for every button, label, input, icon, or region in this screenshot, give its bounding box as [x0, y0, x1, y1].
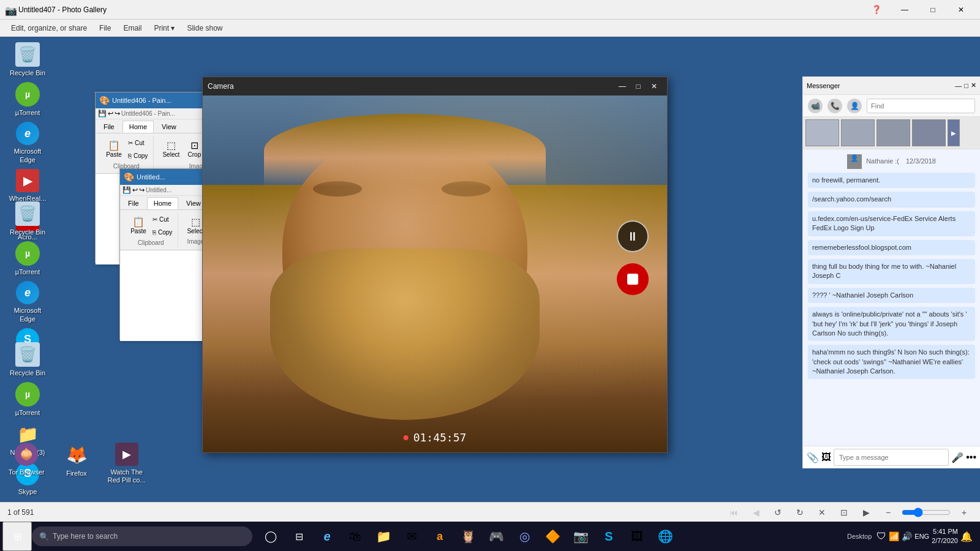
- paint-quick-redo-2[interactable]: ↪: [139, 186, 145, 194]
- clipboard-group-1: 📋 Paste ✂ Cut ⎘ Copy: [99, 136, 154, 171]
- desktop-icon-utorrent2[interactable]: µ µTorrent: [3, 239, 52, 279]
- nav-first-button[interactable]: ⏮: [725, 504, 742, 521]
- desktop-icon-torbrowser[interactable]: 🧅 Tor Browser: [3, 440, 50, 487]
- edge-label-2: Microsoft Edge: [6, 307, 50, 323]
- nav-zoom-in-button[interactable]: +: [956, 504, 973, 521]
- taskbar-amazon[interactable]: a: [426, 523, 453, 550]
- paint-quick-save-2[interactable]: 💾: [123, 186, 131, 194]
- nav-rotate-left-button[interactable]: ↺: [769, 504, 786, 521]
- chat-mic-icon[interactable]: 🎤: [951, 452, 963, 463]
- utorrent-icon-1: µ: [15, 82, 40, 107]
- menu-email[interactable]: Email: [117, 21, 148, 35]
- notification-button[interactable]: 🔔: [960, 531, 973, 542]
- start-button[interactable]: ⊞: [2, 522, 32, 551]
- taskbar-camera[interactable]: 📷: [567, 523, 594, 550]
- thumb-4[interactable]: [912, 119, 946, 146]
- thumb-1[interactable]: [805, 119, 839, 146]
- chat-messages[interactable]: 👤 Nathanie :( 12/3/2018 no freewill, per…: [803, 149, 980, 446]
- camera-minimize[interactable]: —: [614, 78, 630, 94]
- taskbar-edge[interactable]: e: [314, 523, 341, 550]
- audio-call-icon[interactable]: 📞: [827, 99, 842, 113]
- select-btn-1[interactable]: ⬚ Select: [160, 137, 182, 162]
- chat-close[interactable]: ✕: [971, 81, 976, 89]
- thumb-3[interactable]: [876, 119, 910, 146]
- desktop-icon-utorrent1[interactable]: µ µTorrent: [3, 80, 52, 119]
- network-icon[interactable]: 📶: [889, 531, 899, 541]
- help-button[interactable]: ❓: [862, 0, 891, 20]
- nav-prev-button[interactable]: ◀: [747, 504, 764, 521]
- paste-btn-2[interactable]: 📋 Paste: [127, 214, 149, 238]
- nav-next-button[interactable]: ▶: [858, 504, 875, 521]
- nav-rotate-right-button[interactable]: ↻: [791, 504, 809, 521]
- chat-message-6: ???? ' ~Nathaniel Joseph Carlson: [808, 288, 975, 303]
- volume-icon[interactable]: 🔊: [902, 531, 912, 541]
- paste-btn-1[interactable]: 📋 Paste: [103, 137, 125, 162]
- taskbar-vlc[interactable]: 🔶: [539, 523, 566, 550]
- desktop-icon-edge1[interactable]: e Microsoft Edge: [3, 119, 52, 166]
- chat-message-input[interactable]: [834, 449, 949, 466]
- camera-record-button[interactable]: [617, 263, 649, 295]
- nav-slideshow-button[interactable]: ⊡: [835, 504, 853, 521]
- cortana-icon: ◯: [265, 530, 277, 543]
- copy-btn-2[interactable]: ⎘ Copy: [151, 227, 174, 238]
- utorrent-icon-2: µ: [15, 241, 40, 266]
- zoom-slider[interactable]: [902, 508, 951, 517]
- taskbar-mail[interactable]: ✉: [398, 523, 425, 550]
- desktop-icon-utorrent3[interactable]: µ µTorrent: [3, 380, 52, 419]
- camera-pause-button[interactable]: ⏸: [617, 220, 649, 252]
- camera-close[interactable]: ✕: [646, 78, 662, 94]
- system-clock[interactable]: 5:41 PM 2/7/2020: [932, 527, 958, 546]
- camera-maximize[interactable]: □: [630, 78, 646, 94]
- paint-home-tab-2[interactable]: Home: [147, 197, 178, 209]
- paint-home-tab-1[interactable]: Home: [123, 121, 154, 133]
- taskbar-app2[interactable]: ◎: [511, 523, 538, 550]
- menu-file[interactable]: File: [93, 21, 117, 35]
- thumb-2[interactable]: [841, 119, 875, 146]
- desktop-icon-edge2[interactable]: e Microsoft Edge: [3, 279, 52, 325]
- menu-edit[interactable]: Edit, organize, or share: [5, 21, 93, 35]
- paint-quick-undo-2[interactable]: ↩: [132, 186, 138, 194]
- chat-image-icon[interactable]: 🖼: [821, 452, 831, 463]
- paint-quick-redo-1[interactable]: ↪: [115, 110, 120, 118]
- taskbar-explorer[interactable]: 📁: [370, 523, 397, 550]
- close-button[interactable]: ✕: [947, 0, 975, 20]
- paint-quick-save-1[interactable]: 💾: [98, 110, 107, 118]
- cut-btn-1[interactable]: ✂ Cut: [126, 137, 149, 149]
- chat-more-icon[interactable]: •••: [966, 452, 976, 463]
- desktop-icon-watchvideo[interactable]: ▶ Watch The Red Pill co...: [103, 440, 150, 487]
- taskbar-store[interactable]: 🛍: [342, 523, 369, 550]
- video-call-icon[interactable]: 📹: [808, 99, 823, 113]
- taskbar-tripadvisor[interactable]: 🦉: [454, 523, 481, 550]
- chat-minimize[interactable]: —: [955, 82, 962, 89]
- taskbar-taskview[interactable]: ⊟: [285, 523, 312, 550]
- chat-search-input[interactable]: [867, 99, 975, 113]
- taskbar-photos[interactable]: 🖼: [624, 523, 650, 550]
- desktop-icon-recyclebin3[interactable]: 🗑️ Recycle Bin: [3, 340, 52, 380]
- desktop-icon-firefox[interactable]: 🦊 Firefox: [53, 440, 100, 487]
- nav-delete-button[interactable]: ✕: [813, 504, 831, 521]
- add-people-icon[interactable]: 👤: [847, 99, 862, 113]
- menu-print[interactable]: Print ▾: [148, 21, 181, 35]
- clock-time: 5:41 PM: [932, 527, 958, 536]
- copy-btn-1[interactable]: ⎘ Copy: [126, 150, 149, 162]
- paint-view-tab-1[interactable]: View: [155, 121, 183, 133]
- paint-file-tab-2[interactable]: File: [121, 197, 146, 209]
- desktop-label[interactable]: Desktop: [847, 533, 872, 540]
- desktop-icon-recyclebin1[interactable]: 🗑️ Recycle Bin: [3, 40, 52, 80]
- chat-maximize[interactable]: □: [964, 82, 968, 89]
- paint-file-tab-1[interactable]: File: [97, 121, 121, 133]
- chat-message-1: no freewill, permanent.: [808, 173, 975, 188]
- taskbar-cortana[interactable]: ◯: [257, 523, 284, 550]
- desktop-icon-recyclebin2[interactable]: 🗑️ Recycle Bin: [3, 199, 52, 239]
- maximize-button[interactable]: □: [919, 0, 947, 20]
- nav-zoom-out-button[interactable]: −: [880, 504, 897, 521]
- taskbar-search-box[interactable]: 🔍 Type here to search: [32, 527, 252, 546]
- minimize-button[interactable]: —: [891, 0, 919, 20]
- chat-attach-icon[interactable]: 📎: [807, 452, 819, 463]
- paint-quick-undo-1[interactable]: ↩: [108, 110, 113, 118]
- cut-btn-2[interactable]: ✂ Cut: [151, 214, 174, 225]
- taskbar-browser[interactable]: 🌐: [652, 523, 679, 550]
- taskbar-app1[interactable]: 🎮: [483, 523, 510, 550]
- menu-slideshow[interactable]: Slide show: [181, 21, 228, 35]
- taskbar-skype[interactable]: S: [595, 523, 622, 550]
